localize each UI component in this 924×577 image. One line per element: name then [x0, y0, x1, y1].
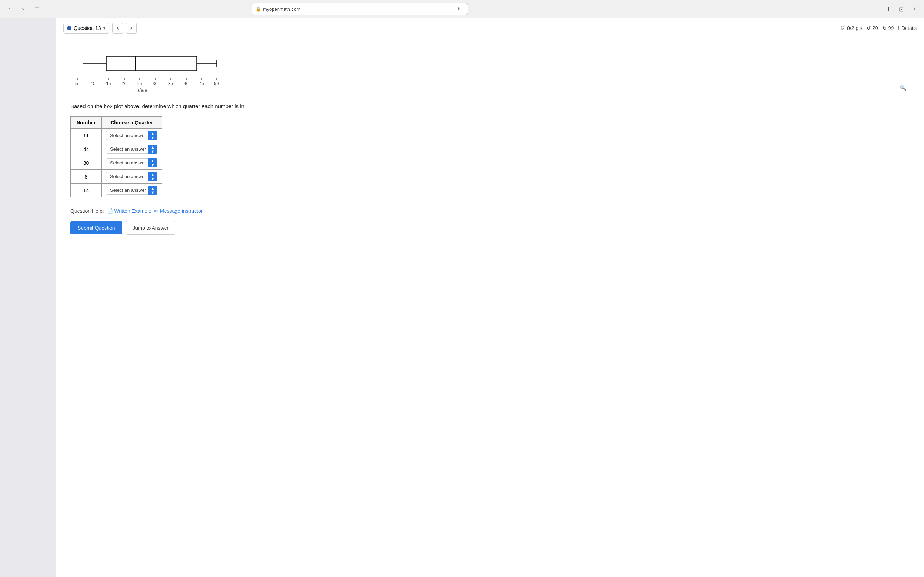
question-selector: Question 13 ▾ < > — [63, 23, 137, 34]
help-section: Question Help: 📄 Written Example ✉ Messa… — [70, 208, 909, 214]
table-row: 11Select an answer1st Quarter2nd Quarter… — [71, 129, 162, 142]
pts-value: 0/2 pts — [847, 25, 862, 31]
details-badge[interactable]: ℹ Details — [898, 25, 917, 31]
answer-select-2[interactable]: Select an answer1st Quarter2nd Quarter3r… — [106, 158, 157, 167]
row-select-cell: Select an answer1st Quarter2nd Quarter3r… — [102, 184, 162, 197]
svg-text:25: 25 — [137, 81, 142, 86]
answer-select-4[interactable]: Select an answer1st Quarter2nd Quarter3r… — [106, 186, 157, 195]
help-label: Question Help: — [70, 208, 104, 214]
answer-table: Number Choose a Quarter 11Select an answ… — [70, 116, 162, 197]
row-number: 14 — [71, 184, 102, 197]
svg-text:15: 15 — [106, 81, 111, 86]
svg-text:data: data — [138, 87, 147, 92]
select-wrapper: Select an answer1st Quarter2nd Quarter3r… — [106, 172, 157, 181]
question-label: Question 13 — [74, 25, 101, 31]
boxplot-svg: 5 10 15 20 25 30 — [70, 49, 229, 92]
svg-text:45: 45 — [199, 81, 204, 86]
jump-to-answer-button[interactable]: Jump to Answer — [126, 221, 176, 235]
answer-select-1[interactable]: Select an answer1st Quarter2nd Quarter3r… — [106, 145, 157, 154]
browser-chrome: ‹ › ◫ 🔒 myopenmath.com ↻ ⬆ ⊡ + — [0, 0, 924, 18]
svg-text:30: 30 — [153, 81, 158, 86]
page-container: Question 13 ▾ < > ☑ 0/2 pts ↺ 20 ↻ 99 — [0, 18, 924, 577]
undo-count: 20 — [872, 25, 878, 31]
table-row: 30Select an answer1st Quarter2nd Quarter… — [71, 156, 162, 170]
svg-text:20: 20 — [122, 81, 127, 86]
written-example-label: Written Example — [115, 208, 151, 214]
tab-manage-button[interactable]: ⊡ — [897, 4, 907, 14]
undo-icon: ↺ — [867, 25, 871, 31]
written-example-link[interactable]: 📄 Written Example — [107, 208, 151, 214]
document-icon: 📄 — [107, 208, 113, 214]
table-row: 8Select an answer1st Quarter2nd Quarter3… — [71, 170, 162, 184]
table-row: 14Select an answer1st Quarter2nd Quarter… — [71, 184, 162, 197]
row-number: 44 — [71, 142, 102, 156]
info-icon: ℹ — [898, 25, 900, 31]
col2-header: Choose a Quarter — [102, 117, 162, 129]
main-content: Question 13 ▾ < > ☑ 0/2 pts ↺ 20 ↻ 99 — [56, 18, 924, 577]
row-number: 30 — [71, 156, 102, 170]
undo-badge: ↺ 20 — [867, 25, 878, 31]
question-header: Question 13 ▾ < > ☑ 0/2 pts ↺ 20 ↻ 99 — [56, 18, 924, 38]
answer-select-0[interactable]: Select an answer1st Quarter2nd Quarter3r… — [106, 131, 157, 140]
svg-text:5: 5 — [76, 81, 78, 86]
header-right: ☑ 0/2 pts ↺ 20 ↻ 99 ℹ Details — [841, 25, 917, 32]
question-status-dot — [67, 26, 71, 30]
col1-header: Number — [71, 117, 102, 129]
row-select-cell: Select an answer1st Quarter2nd Quarter3r… — [102, 170, 162, 184]
magnify-icon[interactable]: 🔍 — [900, 85, 906, 90]
sidebar — [0, 18, 56, 577]
sidebar-button[interactable]: ◫ — [32, 4, 42, 14]
answer-select-3[interactable]: Select an answer1st Quarter2nd Quarter3r… — [106, 172, 157, 181]
submit-question-button[interactable]: Submit Question — [70, 221, 122, 234]
lock-icon: 🔒 — [255, 6, 261, 11]
table-row: 44Select an answer1st Quarter2nd Quarter… — [71, 142, 162, 156]
boxplot-container: 5 10 15 20 25 30 — [70, 49, 909, 92]
retry-icon: ↻ — [882, 25, 887, 31]
question-dropdown[interactable]: Question 13 ▾ — [63, 23, 109, 34]
dropdown-arrow-icon: ▾ — [103, 26, 105, 31]
new-tab-button[interactable]: + — [909, 4, 920, 14]
envelope-icon: ✉ — [154, 208, 158, 214]
row-select-cell: Select an answer1st Quarter2nd Quarter3r… — [102, 129, 162, 142]
pts-badge: ☑ 0/2 pts — [841, 25, 862, 32]
toolbar-right: ⬆ ⊡ + — [884, 4, 920, 14]
message-instructor-label: Message instructor — [160, 208, 202, 214]
svg-rect-2 — [107, 56, 135, 71]
retry-badge: ↻ 99 — [882, 25, 894, 31]
svg-rect-3 — [135, 56, 197, 71]
share-button[interactable]: ⬆ — [884, 4, 894, 14]
select-wrapper: Select an answer1st Quarter2nd Quarter3r… — [106, 145, 157, 154]
row-number: 11 — [71, 129, 102, 142]
check-icon: ☑ — [841, 25, 846, 32]
row-select-cell: Select an answer1st Quarter2nd Quarter3r… — [102, 156, 162, 170]
row-select-cell: Select an answer1st Quarter2nd Quarter3r… — [102, 142, 162, 156]
address-bar: 🔒 myopenmath.com ↻ — [252, 3, 468, 15]
retry-count: 99 — [888, 25, 894, 31]
details-label: Details — [901, 25, 917, 31]
prev-question-button[interactable]: < — [112, 23, 123, 34]
select-wrapper: Select an answer1st Quarter2nd Quarter3r… — [106, 186, 157, 195]
select-wrapper: Select an answer1st Quarter2nd Quarter3r… — [106, 131, 157, 140]
svg-text:10: 10 — [90, 81, 96, 86]
svg-text:50: 50 — [214, 81, 219, 86]
row-number: 8 — [71, 170, 102, 184]
svg-text:35: 35 — [168, 81, 173, 86]
svg-text:40: 40 — [184, 81, 189, 86]
message-instructor-link[interactable]: ✉ Message instructor — [154, 208, 202, 214]
select-wrapper: Select an answer1st Quarter2nd Quarter3r… — [106, 158, 157, 167]
question-body: 5 10 15 20 25 30 — [56, 38, 924, 246]
forward-button[interactable]: › — [18, 4, 28, 14]
action-buttons: Submit Question Jump to Answer — [70, 221, 909, 235]
back-button[interactable]: ‹ — [4, 4, 15, 14]
reload-button[interactable]: ↻ — [456, 5, 464, 13]
url-text: myopenmath.com — [263, 6, 453, 12]
next-question-button[interactable]: > — [126, 23, 137, 34]
question-text: Based on the box plot above, determine w… — [70, 103, 909, 109]
